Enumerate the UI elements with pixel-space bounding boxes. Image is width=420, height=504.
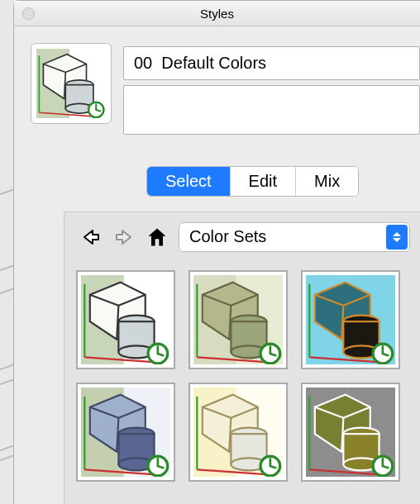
style-thumbnail[interactable] [76, 270, 175, 369]
style-thumbnail[interactable] [189, 270, 288, 369]
current-style-header [14, 26, 420, 151]
style-grid [64, 262, 420, 490]
panel-title: Styles [200, 7, 234, 21]
nav-forward-button [112, 226, 136, 249]
collection-dropdown[interactable]: Color Sets [179, 222, 410, 252]
nav-back-button[interactable] [79, 226, 103, 249]
home-icon [146, 226, 169, 249]
arrow-left-icon [81, 227, 101, 247]
tab-edit[interactable]: Edit [230, 167, 295, 196]
tab-select[interactable]: Select [147, 167, 230, 196]
tab-mix[interactable]: Mix [295, 167, 358, 196]
style-description-input[interactable] [123, 85, 420, 135]
style-thumbnail[interactable] [189, 383, 288, 482]
arrow-right-icon [114, 227, 134, 247]
titlebar[interactable]: Styles [14, 1, 420, 26]
style-thumbnail[interactable] [76, 383, 175, 482]
home-button[interactable] [146, 226, 169, 249]
tabs: Select Edit Mix [146, 166, 420, 197]
style-name-input[interactable] [123, 46, 420, 80]
styles-panel: Styles Select Edit Mix [13, 0, 420, 504]
collection-dropdown-label: Color Sets [189, 227, 266, 245]
style-browser: Color Sets [64, 212, 420, 504]
chevron-updown-icon [386, 225, 408, 250]
style-thumbnail[interactable] [301, 383, 400, 482]
current-style-thumbnail[interactable] [31, 43, 112, 124]
style-thumbnail[interactable] [301, 270, 400, 369]
close-icon[interactable] [22, 7, 35, 20]
